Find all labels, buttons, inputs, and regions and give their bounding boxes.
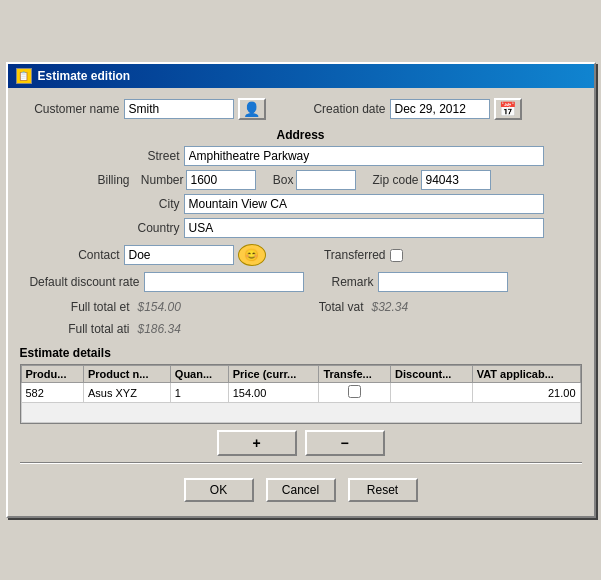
- estimate-table-container: Produ... Product n... Quan... Price (cur…: [20, 364, 582, 424]
- title-bar: 📋 Estimate edition: [8, 64, 594, 88]
- discount-rate-label: Default discount rate: [20, 275, 140, 289]
- contact-icon-button[interactable]: 😊: [238, 244, 266, 266]
- customer-lookup-button[interactable]: 👤: [238, 98, 266, 120]
- box-label: Box: [264, 173, 294, 187]
- window-title: Estimate edition: [38, 69, 131, 83]
- street-input[interactable]: [184, 146, 544, 166]
- cell-product-id: 582: [21, 383, 83, 403]
- empty-row-1: [21, 403, 580, 423]
- cell-price: 154.00: [228, 383, 319, 403]
- city-label: City: [20, 197, 180, 211]
- discount-remark-row: Default discount rate Remark: [20, 272, 582, 292]
- zip-code-label: Zip code: [364, 173, 419, 187]
- cell-transferred[interactable]: [319, 383, 391, 403]
- total-vat-value: $32.34: [368, 298, 413, 316]
- contact-label: Contact: [20, 248, 120, 262]
- col-quantity: Quan...: [170, 366, 228, 383]
- col-product-name: Product n...: [83, 366, 170, 383]
- totals-row-2: Full total ati $186.34: [20, 320, 582, 338]
- customer-row: Customer name Smith 👤 Creation date 📅: [20, 98, 582, 120]
- country-label: Country: [20, 221, 180, 235]
- transferred-label: Transferred: [306, 248, 386, 262]
- full-total-ati-label: Full total ati: [20, 322, 130, 336]
- creation-date-label: Creation date: [296, 102, 386, 116]
- street-label: Street: [20, 149, 180, 163]
- full-total-ati-value: $186.34: [134, 320, 234, 338]
- estimate-details-label: Estimate details: [20, 346, 582, 360]
- reset-button[interactable]: Reset: [348, 478, 418, 502]
- calendar-button[interactable]: 📅: [494, 98, 522, 120]
- discount-rate-input[interactable]: [144, 272, 304, 292]
- cell-discount: [391, 383, 473, 403]
- country-input[interactable]: [184, 218, 544, 238]
- cancel-button[interactable]: Cancel: [266, 478, 336, 502]
- cell-quantity: 1: [170, 383, 228, 403]
- smiley-icon: 😊: [244, 248, 259, 262]
- estimate-edition-window: 📋 Estimate edition Customer name Smith 👤…: [6, 62, 596, 518]
- country-row: Country: [20, 218, 582, 238]
- full-total-et-label: Full total et: [20, 300, 130, 314]
- box-input[interactable]: [296, 170, 356, 190]
- totals-row-1: Full total et $154.00 Total vat $32.34: [20, 298, 582, 316]
- col-transferred: Transfe...: [319, 366, 391, 383]
- calendar-icon: 📅: [499, 101, 516, 117]
- estimate-table: Produ... Product n... Quan... Price (cur…: [21, 365, 581, 423]
- add-row-button[interactable]: +: [217, 430, 297, 456]
- street-row: Street: [20, 146, 582, 166]
- total-vat-label: Total vat: [294, 300, 364, 314]
- add-remove-row: + −: [20, 430, 582, 456]
- col-discount: Discount...: [391, 366, 473, 383]
- billing-label: Billing: [20, 173, 130, 187]
- cell-vat: 21.00: [472, 383, 580, 403]
- number-label: Number: [134, 173, 184, 187]
- table-row[interactable]: 582 Asus XYZ 1 154.00 21.00: [21, 383, 580, 403]
- full-total-et-value: $154.00: [134, 298, 234, 316]
- window-icon: 📋: [16, 68, 32, 84]
- bottom-buttons: OK Cancel Reset: [20, 470, 582, 506]
- remove-row-button[interactable]: −: [305, 430, 385, 456]
- customer-name-input[interactable]: Smith: [124, 99, 234, 119]
- user-icon: 👤: [243, 101, 260, 117]
- col-price: Price (curr...: [228, 366, 319, 383]
- number-input[interactable]: [186, 170, 256, 190]
- creation-date-input[interactable]: [390, 99, 490, 119]
- transferred-checkbox[interactable]: [390, 249, 403, 262]
- city-row: City: [20, 194, 582, 214]
- ok-button[interactable]: OK: [184, 478, 254, 502]
- contact-input[interactable]: [124, 245, 234, 265]
- billing-row: Billing Number Box Zip code: [20, 170, 582, 190]
- contact-row: Contact 😊 Transferred: [20, 244, 582, 266]
- table-header-row: Produ... Product n... Quan... Price (cur…: [21, 366, 580, 383]
- city-input[interactable]: [184, 194, 544, 214]
- row-transferred-checkbox[interactable]: [348, 385, 361, 398]
- form-content: Customer name Smith 👤 Creation date 📅 Ad…: [8, 88, 594, 516]
- col-vat: VAT applicab...: [472, 366, 580, 383]
- customer-name-label: Customer name: [20, 102, 120, 116]
- remark-label: Remark: [324, 275, 374, 289]
- address-section: Address Street Billing Number Box Zip co…: [20, 128, 582, 238]
- col-product-id: Produ...: [21, 366, 83, 383]
- separator: [20, 462, 582, 464]
- cell-product-name: Asus XYZ: [83, 383, 170, 403]
- remark-input[interactable]: [378, 272, 508, 292]
- estimate-details-section: Estimate details Produ... Product n... Q…: [20, 346, 582, 424]
- address-label: Address: [20, 128, 582, 142]
- zip-code-input[interactable]: [421, 170, 491, 190]
